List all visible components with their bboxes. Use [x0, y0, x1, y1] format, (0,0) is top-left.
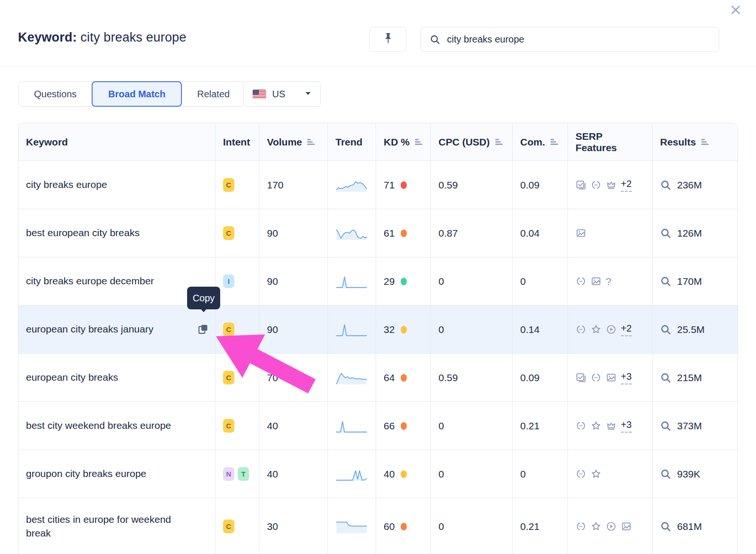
keyword-cell[interactable]: city breaks europe: [18, 161, 215, 209]
serp-crown-icon: [606, 179, 617, 190]
copy-icon[interactable]: [197, 323, 209, 336]
open-serp-icon[interactable]: [660, 420, 671, 432]
kd-value: 29: [384, 276, 395, 287]
volume-cell: 70: [259, 354, 328, 402]
serp-features-cell: [568, 209, 653, 257]
keyword-text[interactable]: city breaks europe: [26, 178, 107, 191]
intent-badge-transactional: T: [238, 467, 249, 481]
kd-difficulty-dot: [401, 326, 407, 333]
serp-link-icon: [591, 179, 601, 190]
kd-cell: 32: [376, 306, 431, 354]
serp-link-icon: [576, 324, 586, 335]
column-header-trend: Trend: [328, 123, 376, 161]
intent-badge-commercial: C: [223, 520, 234, 533]
intent-cell: C: [215, 402, 259, 450]
sort-icon[interactable]: [550, 139, 558, 145]
open-serp-icon[interactable]: [660, 469, 671, 480]
keyword-text[interactable]: city breaks europe december: [26, 274, 154, 288]
pin-icon: [382, 32, 394, 47]
country-select[interactable]: US: [243, 81, 321, 107]
intent-cell: C: [215, 498, 259, 554]
keyword-cell[interactable]: best european city breaks: [18, 209, 215, 257]
column-header-label: Intent: [223, 136, 250, 148]
header-divider: [0, 66, 756, 67]
cpc-cell: 0: [431, 450, 513, 498]
tab-related[interactable]: Related: [181, 82, 245, 106]
com-cell: 0.14: [513, 306, 568, 354]
search-input[interactable]: [447, 34, 710, 45]
serp-more-badge[interactable]: +2: [621, 323, 632, 336]
results-value: 215M: [677, 372, 702, 384]
column-header-label: Trend: [335, 136, 362, 148]
keyword-cell[interactable]: best city weekend breaks europe: [18, 402, 215, 450]
trend-sparkline: [328, 257, 376, 306]
intent-cell: C: [215, 306, 259, 354]
kd-difficulty-dot: [401, 523, 407, 530]
serp-features-cell: [568, 450, 653, 498]
keyword-text[interactable]: european city breaks: [26, 371, 118, 384]
sort-icon[interactable]: [495, 139, 503, 145]
intent-cell: NT: [215, 450, 259, 498]
column-header-kd[interactable]: KD %: [376, 123, 431, 161]
serp-more-badge[interactable]: +2: [621, 179, 632, 192]
open-serp-icon[interactable]: [660, 276, 671, 287]
serp-link-icon: [576, 521, 586, 532]
keyword-cell[interactable]: european city breaks: [18, 354, 215, 402]
copy-tooltip: Copy: [187, 287, 220, 309]
results-value: 236M: [677, 179, 702, 191]
keyword-text[interactable]: best cities in europe for weekend break: [26, 513, 192, 540]
column-header-com[interactable]: Com.: [513, 123, 568, 161]
volume-cell: 90: [259, 209, 328, 257]
column-header-label: Keyword: [26, 136, 68, 148]
tab-questions[interactable]: Questions: [18, 82, 92, 106]
search-icon: [430, 34, 441, 45]
close-icon[interactable]: [728, 2, 744, 18]
tab-broad-match[interactable]: Broad Match: [92, 81, 182, 107]
pin-button[interactable]: [369, 27, 406, 52]
column-header-results[interactable]: Results: [653, 123, 738, 161]
search-box[interactable]: [421, 27, 719, 52]
serp-more-badge[interactable]: +3: [621, 419, 632, 433]
column-header-label: SERP Features: [576, 131, 644, 153]
keyword-cell[interactable]: european city breaks january: [18, 306, 215, 354]
keyword-cell[interactable]: city breaks europe december: [18, 257, 215, 306]
keyword-text[interactable]: best european city breaks: [26, 226, 139, 239]
kd-cell: 40: [376, 450, 431, 498]
sort-icon[interactable]: [415, 139, 422, 145]
serp-more-badge[interactable]: +3: [621, 371, 632, 384]
kd-difficulty-dot: [401, 181, 407, 189]
results-value: 126M: [677, 228, 702, 239]
column-header-volume[interactable]: Volume: [259, 123, 328, 161]
intent-cell: I: [215, 257, 259, 306]
serp-features-cell: +2: [568, 306, 653, 354]
cpc-cell: 0: [431, 257, 513, 306]
keyword-text[interactable]: groupon city breaks europe: [26, 467, 146, 480]
keyword-cell[interactable]: best cities in europe for weekend break: [18, 498, 215, 554]
volume-cell: 90: [259, 306, 328, 354]
sort-icon[interactable]: [701, 139, 709, 145]
keyword-cell[interactable]: groupon city breaks europe: [18, 450, 215, 498]
kd-cell: 61: [376, 209, 431, 257]
open-serp-icon[interactable]: [660, 324, 671, 335]
results-cell: 939K: [653, 450, 738, 498]
keyword-text[interactable]: european city breaks january: [26, 323, 154, 336]
kd-cell: 66: [376, 402, 431, 450]
match-type-tabs: Questions Broad Match Related: [18, 81, 246, 107]
serp-image-icon: [576, 228, 586, 239]
column-header-cpc-usd[interactable]: CPC (USD): [431, 123, 513, 161]
com-cell: 0.21: [513, 402, 568, 450]
kd-value: 64: [384, 372, 395, 384]
sort-icon[interactable]: [307, 139, 315, 145]
serp-play-icon: [606, 521, 617, 532]
intent-badge-commercial: C: [223, 371, 234, 384]
open-serp-icon[interactable]: [660, 372, 671, 384]
table-row: european city breaks januaryC90 3200.14+…: [18, 306, 738, 354]
keyword-text[interactable]: best city weekend breaks europe: [26, 419, 171, 432]
chevron-down-icon: [304, 90, 312, 98]
open-serp-icon[interactable]: [660, 228, 671, 239]
intent-badge-commercial: C: [223, 419, 234, 433]
open-serp-icon[interactable]: [660, 179, 671, 191]
open-serp-icon[interactable]: [660, 521, 671, 532]
trend-sparkline: [328, 209, 376, 257]
kd-difficulty-dot: [401, 278, 407, 285]
